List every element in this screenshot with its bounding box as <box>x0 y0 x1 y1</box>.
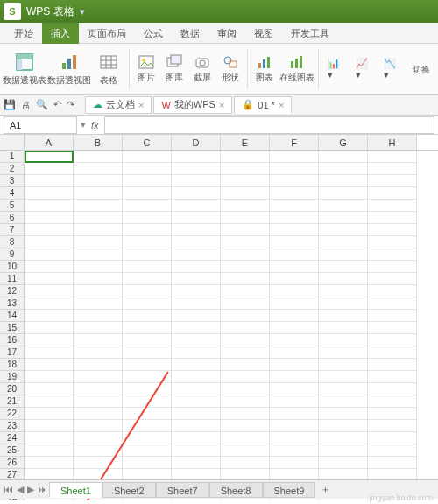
row-header[interactable]: 25 <box>0 444 25 457</box>
cell[interactable] <box>221 224 270 236</box>
fx-icon[interactable]: fx <box>91 120 99 130</box>
col-header-A[interactable]: A <box>25 135 74 150</box>
cell[interactable] <box>368 273 417 285</box>
sheet-tab[interactable]: Sheet7 <box>156 482 209 498</box>
cell[interactable] <box>25 175 74 187</box>
cell[interactable] <box>123 273 172 285</box>
cell[interactable] <box>319 175 368 187</box>
col-header-C[interactable]: C <box>123 135 172 150</box>
cell[interactable] <box>270 310 319 322</box>
cell[interactable] <box>123 150 172 163</box>
cell[interactable] <box>270 346 319 359</box>
menu-开发工具[interactable]: 开发工具 <box>282 23 338 44</box>
col-header-B[interactable]: B <box>74 135 123 150</box>
cell[interactable] <box>368 322 417 334</box>
menu-插入[interactable]: 插入 <box>42 23 79 44</box>
cell[interactable] <box>319 150 368 163</box>
cell[interactable] <box>319 285 368 298</box>
cell[interactable] <box>221 285 270 298</box>
cell[interactable] <box>319 334 368 346</box>
gallery-button[interactable]: 图库 <box>161 52 187 86</box>
cell[interactable] <box>221 408 270 420</box>
cell[interactable] <box>270 432 319 444</box>
cell[interactable] <box>74 334 123 346</box>
cell[interactable] <box>270 175 319 187</box>
app-menu-dropdown[interactable]: ▾ <box>80 6 85 18</box>
cell[interactable] <box>368 408 417 420</box>
col-header-G[interactable]: G <box>319 135 368 150</box>
cell[interactable] <box>368 298 417 310</box>
cell[interactable] <box>74 383 123 396</box>
cell[interactable] <box>172 383 221 396</box>
close-icon[interactable]: × <box>219 100 224 110</box>
cell[interactable] <box>221 359 270 371</box>
cell[interactable] <box>221 396 270 408</box>
cell[interactable] <box>123 444 172 457</box>
cell[interactable] <box>172 298 221 310</box>
cell[interactable] <box>74 432 123 444</box>
row-header[interactable]: 5 <box>0 200 25 212</box>
cell[interactable] <box>172 334 221 346</box>
row-header[interactable]: 21 <box>0 396 25 408</box>
cell[interactable] <box>25 334 74 346</box>
cell[interactable] <box>25 408 74 420</box>
cell[interactable] <box>25 298 74 310</box>
cell[interactable] <box>123 163 172 175</box>
row-header[interactable]: 7 <box>0 224 25 236</box>
cell[interactable] <box>270 371 319 383</box>
cell[interactable] <box>319 383 368 396</box>
cell[interactable] <box>172 371 221 383</box>
cell[interactable] <box>123 322 172 334</box>
cell[interactable] <box>270 396 319 408</box>
cell[interactable] <box>270 383 319 396</box>
cell[interactable] <box>270 163 319 175</box>
cell[interactable] <box>270 298 319 310</box>
cell[interactable] <box>319 444 368 457</box>
cell[interactable] <box>368 175 417 187</box>
cell[interactable] <box>123 334 172 346</box>
cell[interactable] <box>368 310 417 322</box>
close-icon[interactable]: × <box>279 100 284 110</box>
cell[interactable] <box>74 346 123 359</box>
cell[interactable] <box>123 236 172 248</box>
cell[interactable] <box>221 236 270 248</box>
cell[interactable] <box>25 150 74 163</box>
cell[interactable] <box>74 175 123 187</box>
cell[interactable] <box>270 444 319 457</box>
cell[interactable] <box>221 420 270 432</box>
cell[interactable] <box>74 187 123 200</box>
row-header[interactable]: 26 <box>0 457 25 469</box>
doc-tab[interactable]: 🔒01 *× <box>234 96 292 114</box>
cell[interactable] <box>74 273 123 285</box>
cell[interactable] <box>270 236 319 248</box>
cell[interactable] <box>172 163 221 175</box>
menu-视图[interactable]: 视图 <box>245 23 282 44</box>
cell[interactable] <box>368 371 417 383</box>
redo-button[interactable]: ↷ <box>67 99 74 110</box>
menu-审阅[interactable]: 审阅 <box>208 23 245 44</box>
cell[interactable] <box>270 200 319 212</box>
cell[interactable] <box>172 444 221 457</box>
name-box-dropdown[interactable]: ▾ <box>81 119 86 130</box>
row-header[interactable]: 14 <box>0 310 25 322</box>
cell[interactable] <box>368 432 417 444</box>
cell[interactable] <box>74 371 123 383</box>
cell[interactable] <box>172 359 221 371</box>
cell[interactable] <box>74 150 123 163</box>
cell[interactable] <box>74 200 123 212</box>
menu-公式[interactable]: 公式 <box>135 23 172 44</box>
cell[interactable] <box>270 248 319 261</box>
cell[interactable] <box>270 150 319 163</box>
shapes-button[interactable]: 形状 <box>217 52 244 86</box>
cell[interactable] <box>25 187 74 200</box>
cell[interactable] <box>172 285 221 298</box>
cell[interactable] <box>319 396 368 408</box>
cell[interactable] <box>221 457 270 469</box>
cell[interactable] <box>270 322 319 334</box>
cell[interactable] <box>368 359 417 371</box>
cell[interactable] <box>368 150 417 163</box>
cell[interactable] <box>25 322 74 334</box>
switch-button[interactable]: 切换 <box>408 60 434 78</box>
cell[interactable] <box>172 248 221 261</box>
doc-tab[interactable]: ☁云文档× <box>85 96 152 114</box>
